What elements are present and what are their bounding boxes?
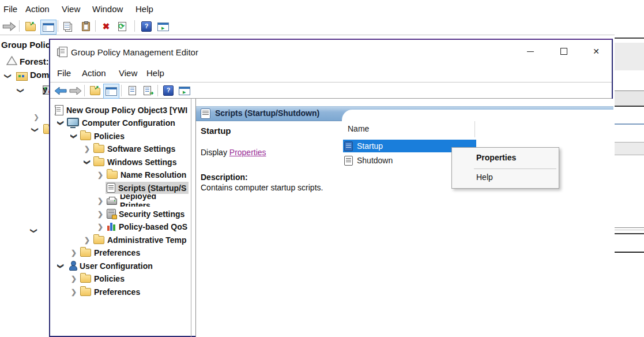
toolbar-separator	[84, 85, 85, 96]
screen: File Action View Window Help Group Polic…	[0, 0, 644, 337]
tree-item-windows-settings[interactable]: ❯Windows Settings	[84, 156, 189, 168]
copy-icon[interactable]	[61, 20, 76, 33]
paste-icon[interactable]	[78, 20, 93, 33]
forest-icon	[6, 56, 17, 65]
tree-item-deployed-printers[interactable]: ❯Deployed Printers	[97, 194, 189, 207]
show-hide-tree-icon[interactable]	[103, 84, 119, 99]
description-text: Contains computer startup scripts.	[201, 183, 323, 192]
help-icon[interactable]	[161, 84, 176, 98]
bg-tree-domain[interactable]: y	[43, 84, 47, 94]
menu-file[interactable]: File	[57, 68, 71, 78]
tree-item-software-settings[interactable]: ❯Software Settings	[84, 143, 189, 155]
tree-item-preferences[interactable]: ❯Preferences	[70, 246, 189, 259]
chevron-right-icon[interactable]: ❯	[33, 114, 39, 121]
gpme-menubar: File Action View Help	[50, 64, 612, 83]
console-icon	[59, 47, 67, 57]
bg-menu-window[interactable]: Window	[92, 4, 123, 14]
close-button[interactable]: ✕	[587, 44, 605, 58]
tree-item-gpo-root[interactable]: New Group Policy Object3 [YWI	[55, 104, 189, 116]
tree-item-administrative-templates[interactable]: ❯Administrative Temp	[84, 234, 189, 246]
scripts-icon	[344, 141, 353, 151]
toolbar-separator	[95, 20, 96, 32]
menu-help[interactable]: Help	[146, 68, 164, 78]
minimize-button[interactable]	[522, 44, 539, 58]
bg-menu-view[interactable]: View	[62, 4, 80, 14]
new-window-icon[interactable]	[177, 84, 192, 98]
display-properties-line: Display Properties	[201, 148, 266, 157]
chevron-down-icon[interactable]: ❯	[5, 73, 12, 79]
show-hide-tree-icon[interactable]	[40, 20, 57, 35]
tree-item-user-preferences[interactable]: ❯Preferences	[70, 286, 189, 298]
context-menu: Properties Help	[451, 147, 559, 189]
gpme-titlebar[interactable]: Group Policy Management Editor ✕	[50, 40, 612, 64]
scripts-icon	[344, 156, 353, 166]
export-folder-icon[interactable]	[23, 20, 38, 33]
tree-item-policy-based-qos[interactable]: ❯Policy-based QoS	[97, 220, 189, 233]
show-list-window-icon[interactable]	[156, 20, 171, 33]
refresh-icon[interactable]	[115, 20, 130, 33]
toolbar-separator	[19, 20, 20, 32]
items-list: Name Startup Shutdown	[342, 110, 613, 337]
bg-menu-action[interactable]: Action	[25, 4, 50, 14]
forward-arrow-icon[interactable]	[2, 20, 17, 33]
menu-view[interactable]: View	[119, 68, 137, 78]
column-header-name[interactable]: Name	[348, 124, 369, 133]
bg-tree-forest[interactable]: Forest: y	[20, 57, 49, 66]
column-divider[interactable]	[474, 121, 475, 137]
results-header-title: Scripts (Startup/Shutdown)	[215, 108, 319, 118]
properties-link[interactable]: Properties	[229, 148, 266, 157]
chevron-down-icon[interactable]: ❯	[32, 127, 39, 133]
background-menubar: File Action View Window Help	[0, 0, 644, 18]
bg-tree-domains[interactable]: Dom	[30, 70, 49, 80]
tree-item-scripts[interactable]: Scripts (Startup/S	[97, 182, 189, 194]
bg-menu-file[interactable]: File	[3, 4, 17, 14]
chevron-down-icon[interactable]: ❯	[17, 88, 24, 93]
selected-item-title: Startup	[201, 126, 231, 136]
gpme-toolbar	[50, 83, 612, 99]
context-menu-separator	[474, 168, 556, 169]
bg-menu-help[interactable]: Help	[135, 4, 153, 14]
scripts-icon	[201, 108, 210, 119]
tree-item-user-policies[interactable]: ❯Policies	[70, 272, 189, 284]
menu-action[interactable]: Action	[82, 68, 106, 78]
toolbar-separator	[58, 20, 58, 32]
chevron-down-icon[interactable]: ❯	[31, 228, 37, 234]
tree-item-security-settings[interactable]: ❯Security Settings	[97, 208, 189, 220]
gpme-window: Group Policy Management Editor ✕ File Ac…	[49, 39, 613, 337]
tree-item-policies[interactable]: ❯Policies	[70, 130, 189, 142]
results-pane: Scripts (Startup/Shutdown) Startup Displ…	[195, 99, 613, 337]
context-menu-help[interactable]: Help	[476, 173, 493, 182]
back-arrow-icon[interactable]	[53, 84, 68, 98]
export-list-icon[interactable]	[140, 84, 155, 98]
pane-splitter[interactable]	[191, 99, 191, 337]
help-icon[interactable]	[139, 20, 154, 33]
toolbar-separator	[121, 85, 122, 96]
tree-item-computer-configuration[interactable]: ❯Computer Configuration	[57, 117, 189, 129]
toolbar-separator	[157, 85, 158, 96]
delete-icon[interactable]	[99, 20, 114, 33]
domains-icon	[16, 72, 28, 81]
background-results-fragment	[615, 35, 644, 337]
context-menu-properties[interactable]: Properties	[476, 153, 516, 162]
background-toolbar	[0, 18, 644, 35]
background-console-tree: Group Polic Forest: y ❯ Dom ❯ y ❯ ❯ ❯	[0, 35, 49, 337]
description-label: Description:	[201, 173, 248, 182]
folder-icon	[43, 126, 49, 134]
bg-tree-root[interactable]: Group Polic	[1, 40, 49, 50]
tree-item-name-resolution[interactable]: ❯Name Resolution	[97, 168, 189, 181]
tree-item-user-configuration[interactable]: ❯User Configuration	[57, 260, 189, 272]
window-title: Group Policy Management Editor	[71, 47, 198, 57]
up-one-level-icon[interactable]	[88, 84, 103, 98]
maximize-button[interactable]	[555, 44, 573, 58]
display-label: Display	[201, 148, 227, 157]
properties-icon[interactable]	[125, 84, 140, 98]
toolbar-separator	[134, 20, 135, 32]
forward-arrow-icon[interactable]	[68, 84, 83, 98]
